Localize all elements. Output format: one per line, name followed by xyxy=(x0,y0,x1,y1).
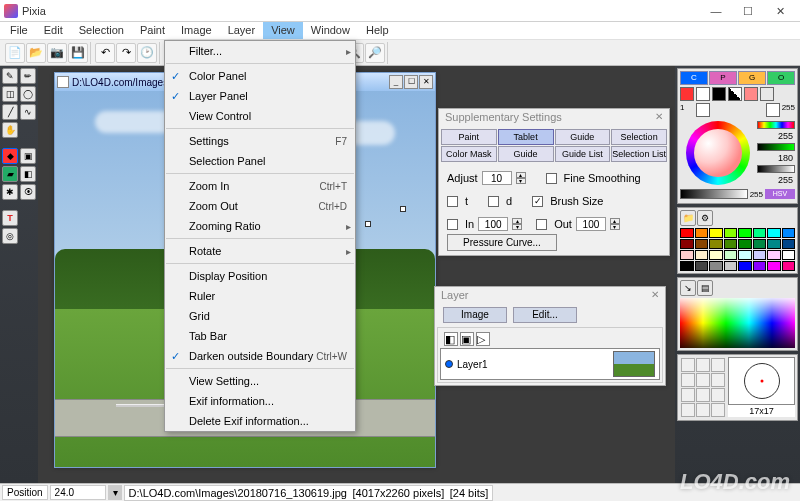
adjust-spinner[interactable]: ▴▾ xyxy=(516,172,526,184)
brush-preview[interactable] xyxy=(728,357,795,405)
menu-item-exif-info[interactable]: Exif information... xyxy=(165,391,355,411)
quickcolor-2[interactable] xyxy=(696,87,710,101)
tool-closedarea-icon[interactable]: ◆ xyxy=(2,148,18,164)
brush-preset-11[interactable] xyxy=(696,403,710,417)
in-input[interactable] xyxy=(478,217,508,231)
quickcolor-1[interactable] xyxy=(680,87,694,101)
menu-item-settings[interactable]: SettingsF7 xyxy=(165,131,355,151)
brush-preset-5[interactable] xyxy=(696,373,710,387)
color-palette[interactable] xyxy=(680,228,795,271)
adjust-input[interactable] xyxy=(482,171,512,185)
cb-t[interactable] xyxy=(447,196,458,207)
menu-item-zooming-ratio[interactable]: Zooming Ratio xyxy=(165,216,355,236)
menu-help[interactable]: Help xyxy=(358,22,397,39)
menu-item-darken-outside[interactable]: Darken outside BoundaryCtrl+W xyxy=(165,346,355,366)
tool-picker-icon[interactable]: ⦿ xyxy=(20,184,36,200)
color-wheel[interactable] xyxy=(686,121,750,185)
tb-undo-icon[interactable]: ↶ xyxy=(95,43,115,63)
tool-fill-icon[interactable]: ▰ xyxy=(2,166,18,182)
supp-tab-paint[interactable]: Paint xyxy=(441,129,497,145)
pressure-curve-button[interactable]: Pressure Curve... xyxy=(447,234,557,251)
supp-tab-color-mask[interactable]: Color Mask xyxy=(441,146,497,162)
tb-save-icon[interactable]: 💾 xyxy=(68,43,88,63)
menu-item-color-panel[interactable]: Color Panel xyxy=(165,66,355,86)
layer-tab-edit[interactable]: Edit... xyxy=(513,307,577,323)
brush-preset-8[interactable] xyxy=(696,388,710,402)
brush-preset-6[interactable] xyxy=(711,373,725,387)
quickcolor-swap[interactable] xyxy=(728,87,742,101)
layer1-thumbnail[interactable] xyxy=(613,351,655,377)
menu-item-zoom-in[interactable]: Zoom InCtrl+T xyxy=(165,176,355,196)
alpha-slider[interactable] xyxy=(680,189,748,199)
menu-item-filter[interactable]: Filter... xyxy=(165,41,355,61)
cb-d[interactable] xyxy=(488,196,499,207)
tb-new-icon[interactable]: 📄 xyxy=(5,43,25,63)
out-input[interactable] xyxy=(576,217,606,231)
out-spinner[interactable]: ▴▾ xyxy=(610,218,620,230)
tool-spray-icon[interactable]: ✱ xyxy=(2,184,18,200)
brush-preset-9[interactable] xyxy=(711,388,725,402)
brush-preset-1[interactable] xyxy=(681,358,695,372)
menu-item-selection-panel[interactable]: Selection Panel xyxy=(165,151,355,171)
menu-window[interactable]: Window xyxy=(303,22,358,39)
menu-item-display-position[interactable]: Display Position xyxy=(165,266,355,286)
tb-open-icon[interactable]: 📂 xyxy=(26,43,46,63)
menu-item-grid[interactable]: Grid xyxy=(165,306,355,326)
rp-tab-o[interactable]: O xyxy=(767,71,795,85)
tool-line-icon[interactable]: ╱ xyxy=(2,104,18,120)
brush-preset-3[interactable] xyxy=(711,358,725,372)
window-minimize-button[interactable]: — xyxy=(700,1,732,21)
tool-text-icon[interactable]: T xyxy=(2,210,18,226)
tool-lasso-icon[interactable]: ◯ xyxy=(20,86,36,102)
brush-preset-10[interactable] xyxy=(681,403,695,417)
supp-tab-selection-list[interactable]: Selection List xyxy=(611,146,667,162)
menu-image[interactable]: Image xyxy=(173,22,220,39)
hue-slider[interactable] xyxy=(757,121,795,129)
layer-visible-icon[interactable]: ▣ xyxy=(460,332,474,346)
tb-zoomout-icon[interactable]: 🔎 xyxy=(365,43,385,63)
layer-mode-icon[interactable]: ▷ xyxy=(476,332,490,346)
tb-redo-icon[interactable]: ↷ xyxy=(116,43,136,63)
menu-edit[interactable]: Edit xyxy=(36,22,71,39)
menu-paint[interactable]: Paint xyxy=(132,22,173,39)
rp-tab-g[interactable]: G xyxy=(738,71,766,85)
menu-item-view-control[interactable]: View Control xyxy=(165,106,355,126)
menu-item-layer-panel[interactable]: Layer Panel xyxy=(165,86,355,106)
gradient-picker[interactable] xyxy=(680,298,795,348)
sat-slider[interactable] xyxy=(757,143,795,151)
tb-scanner-icon[interactable]: 📷 xyxy=(47,43,67,63)
menu-item-ruler[interactable]: Ruler xyxy=(165,286,355,306)
layer-tab-image[interactable]: Image xyxy=(443,307,507,323)
quickcolor-3[interactable] xyxy=(712,87,726,101)
doc-close-button[interactable]: ✕ xyxy=(419,75,433,89)
gradient-dir-icon[interactable]: ↘ xyxy=(680,280,696,296)
brush-preset-7[interactable] xyxy=(681,388,695,402)
menu-view[interactable]: View xyxy=(263,22,303,39)
window-close-button[interactable]: ✕ xyxy=(764,1,796,21)
fine-smoothing-checkbox[interactable] xyxy=(546,173,557,184)
tool-region-icon[interactable]: ▣ xyxy=(20,148,36,164)
in-spinner[interactable]: ▴▾ xyxy=(512,218,522,230)
gradient-opts-icon[interactable]: ▤ xyxy=(697,280,713,296)
menu-item-zoom-out[interactable]: Zoom OutCtrl+D xyxy=(165,196,355,216)
tool-gradient-icon[interactable]: ◧ xyxy=(20,166,36,182)
bg-color-icon[interactable] xyxy=(766,103,780,117)
supp-tab-tablet[interactable]: Tablet xyxy=(498,129,554,145)
menu-item-delete-exif[interactable]: Delete Exif information... xyxy=(165,411,355,431)
supp-tab-guide-history[interactable]: Guide History xyxy=(555,129,611,145)
menu-item-rotate[interactable]: Rotate xyxy=(165,241,355,261)
layer1-name[interactable]: Layer1 xyxy=(457,359,611,370)
val-slider[interactable] xyxy=(757,165,795,173)
rp-tab-c[interactable]: C xyxy=(680,71,708,85)
palette-open-icon[interactable]: 📁 xyxy=(680,210,696,226)
supp-tab-guide[interactable]: Guide xyxy=(498,146,554,162)
brush-preset-12[interactable] xyxy=(711,403,725,417)
quickcolor-5[interactable] xyxy=(760,87,774,101)
hsv-toggle[interactable]: HSV xyxy=(765,189,795,199)
cb-brush-size[interactable]: ✓ xyxy=(532,196,543,207)
brush-preset-4[interactable] xyxy=(681,373,695,387)
cb-out[interactable] xyxy=(536,219,547,230)
brush-preset-2[interactable] xyxy=(696,358,710,372)
menu-layer[interactable]: Layer xyxy=(220,22,264,39)
menu-file[interactable]: File xyxy=(2,22,36,39)
